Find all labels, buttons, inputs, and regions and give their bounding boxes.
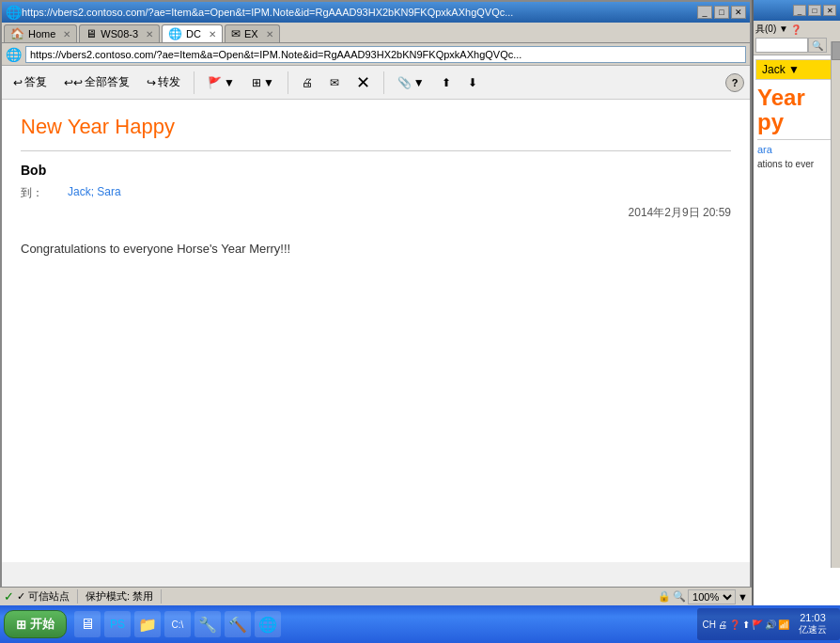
rp-minimize-btn[interactable]: _ [793, 5, 806, 16]
protection-mode-label: 保护模式: 禁用 [86, 589, 153, 604]
reply-button[interactable]: ↩ 答复 [8, 72, 53, 92]
tab-ex-close[interactable]: ✕ [266, 29, 273, 39]
minimize-btn[interactable]: _ [697, 6, 712, 19]
grid-icon: ⊞ [252, 76, 261, 89]
delete-btn[interactable]: ✕ [350, 71, 376, 95]
user-dropdown-btn[interactable]: Jack ▼ [755, 59, 838, 80]
taskbar-computer-icon[interactable]: 🖥 [74, 611, 101, 637]
status-bar: ✓ ✓ 可信站点 保护模式: 禁用 🔒 🔍 100% 75% 125% ▼ [0, 587, 752, 605]
tab-dc-close[interactable]: ✕ [209, 29, 216, 39]
email-content-area: New Year Happy Bob 到： Jack; Sara 2014年2月… [2, 100, 750, 562]
tray-help-icon: ❓ [729, 619, 740, 630]
forward-button[interactable]: ↪ 转发 [141, 72, 186, 92]
flag-button[interactable]: 🚩 ▼ [202, 74, 241, 91]
company-name: 亿速云 [799, 623, 827, 636]
ws08-tab-icon: 🖥 [86, 27, 97, 40]
start-label: 开始 [30, 616, 54, 633]
start-button[interactable]: ⊞ 开始 [4, 610, 67, 638]
rp-restore-btn[interactable]: □ [808, 5, 821, 16]
prev-btn[interactable]: ⬆ [436, 74, 457, 91]
tab-dc[interactable]: 🌐 DC ✕ [162, 24, 223, 42]
taskbar-powershell-icon[interactable]: PS [104, 611, 131, 637]
tab-ex[interactable]: ✉ EX ✕ [225, 24, 280, 42]
rp-close-btn[interactable]: ✕ [823, 5, 836, 16]
rp-body-preview: ations to ever [757, 159, 836, 169]
email-to-label: 到： [21, 185, 68, 201]
rp-scrollbar[interactable] [831, 41, 840, 568]
tray-up-icon: ⬆ [742, 619, 750, 630]
reply-all-button[interactable]: ↩↩ 全部答复 [58, 72, 135, 92]
tab-ws08[interactable]: 🖥 WS08-3 ✕ [79, 24, 160, 42]
email-body: Congratulations to everyone Horse's Year… [21, 240, 731, 259]
email-to-value: Jack; Sara [68, 185, 121, 198]
taskbar-icons: 🖥 PS 📁 C:\ 🔧 🔨 🌐 [74, 611, 281, 637]
tray-ch-text: CH [703, 619, 716, 630]
taskbar-tools-icon[interactable]: 🔧 [194, 611, 221, 637]
tray-printer-icon: 🖨 [718, 619, 727, 630]
rp-search-input[interactable] [755, 38, 808, 53]
tab-ws08-label: WS08-3 [101, 28, 138, 39]
address-bar: 🌐 [2, 43, 750, 66]
close-btn[interactable]: ✕ [731, 6, 746, 19]
toolbar-sep-1 [194, 71, 194, 94]
attach-icon: 📎 [397, 76, 412, 89]
zoom-select[interactable]: 100% 75% 125% [688, 589, 736, 604]
home-tab-icon: 🏠 [10, 27, 24, 40]
rp-search-button[interactable]: 🔍 [808, 38, 827, 53]
taskbar-ie-icon[interactable]: 🌐 [255, 611, 281, 637]
tab-home-close[interactable]: ✕ [63, 29, 70, 39]
taskbar-cmd-icon[interactable]: C:\ [164, 611, 191, 637]
maximize-btn[interactable]: □ [714, 6, 729, 19]
email-from: Bob [21, 163, 731, 178]
taskbar-time: 21:03 亿速云 [791, 610, 834, 638]
rp-from-preview: ara [757, 144, 836, 155]
tab-dc-label: DC [186, 28, 201, 39]
windows-icon: ⊞ [16, 618, 26, 632]
rp-toolbar-area: 具(0) ▼ ❓ 🔍 [754, 21, 840, 55]
rp-top-row: 具(0) ▼ ❓ [755, 23, 838, 36]
rp-py-text: py [757, 109, 784, 134]
address-input[interactable] [25, 46, 746, 63]
rp-scrollbar-thumb[interactable] [832, 41, 840, 60]
grid-button[interactable]: ⊞ ▼ [246, 74, 280, 91]
titlebar-text: https://vbers2.contoso.com/?ae=Item&a=Op… [22, 7, 697, 18]
print-icon: 🖨 [302, 76, 313, 89]
delete-icon-btn[interactable]: ✉ [324, 74, 345, 91]
rp-search-row: 🔍 [755, 38, 838, 53]
forward-label: 转发 [158, 74, 180, 90]
tab-ws08-close[interactable]: ✕ [146, 29, 153, 39]
forward-icon: ↪ [147, 76, 156, 89]
browser-titlebar: 🌐 https://vbers2.contoso.com/?ae=Item&a=… [2, 2, 750, 23]
print-btn[interactable]: 🖨 [296, 74, 319, 91]
flag-dropdown: ▼ [224, 76, 235, 89]
taskbar-tools2-icon[interactable]: 🔨 [225, 611, 251, 637]
trusted-site-status: ✓ ✓ 可信站点 [4, 589, 78, 604]
email-toolbar: ↩ 答复 ↩↩ 全部答复 ↪ 转发 🚩 ▼ ⊞ ▼ 🖨 ✉ ✕ [2, 66, 750, 100]
attach-btn[interactable]: 📎 ▼ [392, 74, 430, 91]
envelope-icon: ✉ [330, 76, 339, 89]
rp-divider [757, 139, 836, 140]
help-button[interactable]: ? [725, 73, 744, 92]
reply-label: 答复 [24, 74, 47, 90]
main-browser-window: 🌐 https://vbers2.contoso.com/?ae=Item&a=… [0, 0, 752, 605]
email-subject: New Year Happy [21, 115, 731, 139]
browser-tabs: 🏠 Home ✕ 🖥 WS08-3 ✕ 🌐 DC ✕ ✉ EX ✕ [2, 23, 750, 43]
tab-home[interactable]: 🏠 Home ✕ [4, 24, 77, 42]
next-btn[interactable]: ⬇ [462, 74, 483, 91]
zoom-control: 🔒 🔍 100% 75% 125% ▼ [658, 589, 748, 604]
lock-icon: 🔒 [658, 590, 671, 603]
tab-home-label: Home [28, 28, 55, 39]
right-panel-title-btns: _ □ ✕ [793, 5, 836, 16]
zoom-dropdown: ▼ [738, 591, 748, 603]
ie-icon: 🌐 [6, 5, 22, 20]
toolbar-sep-2 [288, 71, 288, 94]
reply-icon: ↩ [13, 76, 23, 89]
taskbar: ⊞ 开始 🖥 PS 📁 C:\ 🔧 🔨 🌐 CH 🖨 ❓ ⬆ 🚩 🔊 📶 21:… [0, 605, 840, 643]
toolbar-sep-3 [383, 71, 384, 94]
taskbar-folder-icon[interactable]: 📁 [134, 611, 161, 637]
rp-help-btn[interactable]: ❓ [790, 24, 801, 35]
protection-mode-status: 保护模式: 禁用 [86, 589, 162, 604]
titlebar-buttons: _ □ ✕ [697, 6, 746, 19]
attach-dropdown: ▼ [413, 76, 425, 89]
rp-tools-label: 具(0) ▼ [755, 23, 788, 36]
